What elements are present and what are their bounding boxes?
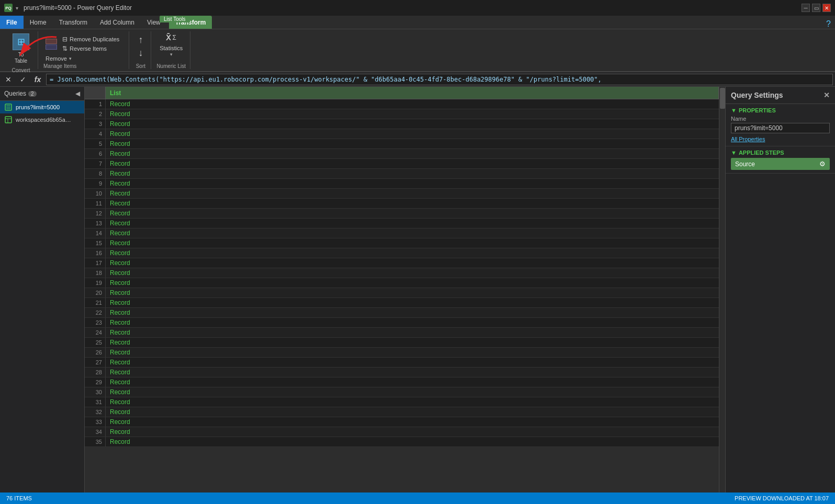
list-item[interactable]: 21Record <box>85 298 719 308</box>
row-cell[interactable]: Record <box>106 368 719 377</box>
source-step[interactable]: Source ⚙ <box>731 158 830 170</box>
list-item[interactable]: 34Record <box>85 427 719 437</box>
row-cell[interactable]: Record <box>106 258 719 268</box>
list-item[interactable]: 5Record <box>85 139 719 149</box>
row-cell[interactable]: Record <box>106 288 719 297</box>
tab-file[interactable]: File <box>0 16 24 29</box>
all-properties-link[interactable]: All Properties <box>731 136 765 142</box>
row-cell[interactable]: Record <box>106 169 719 178</box>
list-item[interactable]: 35Record <box>85 437 719 447</box>
tab-home[interactable]: Home <box>24 16 53 29</box>
row-cell[interactable]: Record <box>106 139 719 148</box>
list-item[interactable]: 8Record <box>85 169 719 179</box>
row-cell[interactable]: Record <box>106 228 719 238</box>
list-item[interactable]: 23Record <box>85 318 719 328</box>
query-settings-close-button[interactable]: ✕ <box>823 91 830 99</box>
list-item[interactable]: 28Record <box>85 368 719 377</box>
row-cell[interactable]: Record <box>106 278 719 288</box>
list-item[interactable]: 1Record <box>85 99 719 109</box>
row-cell[interactable]: Record <box>106 348 719 357</box>
list-item[interactable]: 7Record <box>85 159 719 169</box>
list-item[interactable]: 25Record <box>85 338 719 348</box>
row-cell[interactable]: Record <box>106 268 719 278</box>
row-cell[interactable]: Record <box>106 417 719 427</box>
sidebar-item-workspaces[interactable]: workspacesd6b65aa4... <box>0 113 84 126</box>
row-cell[interactable]: Record <box>106 179 719 188</box>
list-item[interactable]: 2Record <box>85 109 719 119</box>
row-cell[interactable]: Record <box>106 377 719 387</box>
list-item[interactable]: 11Record <box>85 199 719 209</box>
list-item[interactable]: 9Record <box>85 179 719 189</box>
reverse-items-button[interactable]: ⇅ Reverse Items <box>59 44 122 53</box>
list-body[interactable]: 1Record2Record3Record4Record5Record6Reco… <box>85 99 719 492</box>
row-cell[interactable]: Record <box>106 119 719 129</box>
list-item[interactable]: 13Record <box>85 219 719 228</box>
row-cell[interactable]: Record <box>106 397 719 407</box>
list-item[interactable]: 32Record <box>85 407 719 417</box>
applied-steps-collapse-icon[interactable]: ▼ <box>731 150 737 156</box>
list-item[interactable]: 31Record <box>85 397 719 407</box>
statistics-button[interactable]: Statistics ▾ <box>159 44 184 58</box>
row-cell[interactable]: Record <box>106 358 719 367</box>
row-cell[interactable]: Record <box>106 318 719 327</box>
list-item[interactable]: 4Record <box>85 129 719 139</box>
row-cell[interactable]: Record <box>106 219 719 228</box>
row-cell[interactable]: Record <box>106 99 719 109</box>
list-item[interactable]: 27Record <box>85 358 719 368</box>
row-cell[interactable]: Record <box>106 248 719 258</box>
close-button[interactable]: ✕ <box>822 4 831 12</box>
properties-collapse-icon[interactable]: ▼ <box>731 107 737 113</box>
row-cell[interactable]: Record <box>106 199 719 208</box>
name-input[interactable] <box>731 123 830 133</box>
formula-input[interactable] <box>46 74 833 85</box>
list-item[interactable]: 16Record <box>85 248 719 258</box>
row-cell[interactable]: Record <box>106 338 719 347</box>
fx-button[interactable]: fx <box>31 73 44 86</box>
statistics-dropdown[interactable]: ▾ <box>170 52 173 57</box>
list-item[interactable]: 33Record <box>85 417 719 427</box>
row-cell[interactable]: Record <box>106 308 719 317</box>
row-cell[interactable]: Record <box>106 129 719 139</box>
row-cell[interactable]: Record <box>106 238 719 248</box>
row-cell[interactable]: Record <box>106 298 719 307</box>
row-cell[interactable]: Record <box>106 159 719 168</box>
list-item[interactable]: 26Record <box>85 348 719 358</box>
row-cell[interactable]: Record <box>106 387 719 397</box>
confirm-button[interactable]: ✓ <box>17 73 29 86</box>
sort-asc-icon[interactable]: ↑ <box>138 35 143 45</box>
tab-add-column[interactable]: Add Column <box>94 16 141 29</box>
list-item[interactable]: 12Record <box>85 209 719 219</box>
row-cell[interactable]: Record <box>106 407 719 417</box>
to-table-button[interactable]: ⊞ ToTable <box>8 31 33 66</box>
source-step-gear-icon[interactable]: ⚙ <box>819 160 826 168</box>
list-item[interactable]: 10Record <box>85 189 719 199</box>
row-cell[interactable]: Record <box>106 427 719 437</box>
tab-transform[interactable]: Transform <box>53 16 94 29</box>
help-icon[interactable]: ? <box>826 19 831 29</box>
row-cell[interactable]: Record <box>106 437 719 446</box>
list-item[interactable]: 3Record <box>85 119 719 129</box>
row-cell[interactable]: Record <box>106 328 719 337</box>
remove-duplicates-button[interactable]: ⊟ Remove Duplicates <box>59 35 122 44</box>
cancel-button[interactable]: ✕ <box>2 73 15 86</box>
row-cell[interactable]: Record <box>106 149 719 158</box>
list-item[interactable]: 29Record <box>85 377 719 387</box>
sidebar-collapse-button[interactable]: ◀ <box>75 90 80 97</box>
row-cell[interactable]: Record <box>106 109 719 119</box>
list-item[interactable]: 15Record <box>85 238 719 248</box>
row-cell[interactable]: Record <box>106 189 719 198</box>
remove-dropdown-icon[interactable]: ▾ <box>69 56 72 61</box>
list-item[interactable]: 14Record <box>85 228 719 238</box>
list-item[interactable]: 6Record <box>85 149 719 159</box>
list-item[interactable]: 18Record <box>85 268 719 278</box>
minimize-button[interactable]: ─ <box>802 4 810 12</box>
list-item[interactable]: 24Record <box>85 328 719 338</box>
scroll-thumb[interactable] <box>720 88 725 109</box>
vertical-scrollbar[interactable] <box>719 87 725 492</box>
list-item[interactable]: 20Record <box>85 288 719 298</box>
sidebar-item-pruns[interactable]: pruns?limit=5000 <box>0 101 84 113</box>
sort-desc-icon[interactable]: ↓ <box>138 48 143 59</box>
list-item[interactable]: 19Record <box>85 278 719 288</box>
list-item[interactable]: 22Record <box>85 308 719 318</box>
list-item[interactable]: 17Record <box>85 258 719 268</box>
